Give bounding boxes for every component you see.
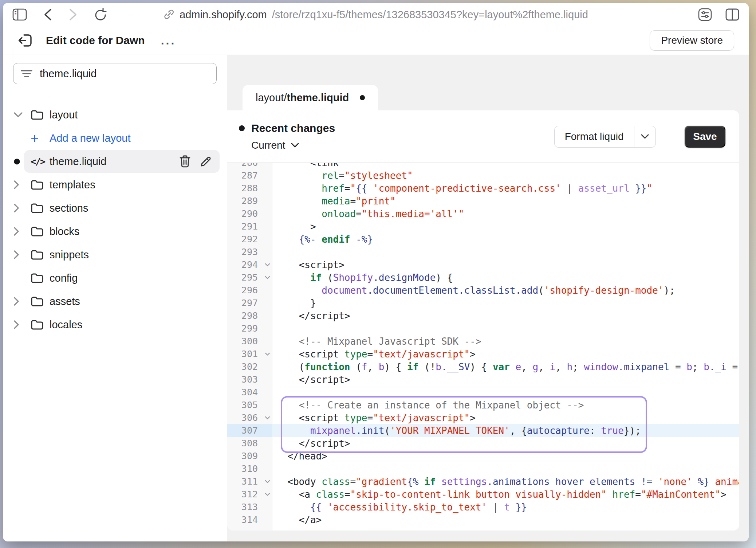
folder-icon — [31, 109, 50, 120]
rename-file-icon[interactable] — [200, 156, 212, 167]
filter-icon — [21, 69, 32, 78]
file-search-input[interactable]: theme.liquid — [13, 63, 217, 84]
line-number: 296 — [227, 284, 272, 297]
format-liquid-caret[interactable] — [634, 126, 655, 147]
split-view-icon[interactable] — [725, 8, 739, 21]
code-line-300[interactable]: 300 <!-- Mixpanel Javascript SDK --> — [227, 335, 739, 348]
line-number: 295 — [227, 271, 272, 284]
code-line-291[interactable]: 291 > — [227, 220, 739, 233]
line-number: 313 — [227, 501, 272, 513]
line-number: 302 — [227, 360, 272, 373]
code-text: media="print" — [272, 196, 396, 207]
code-line-287[interactable]: 287 rel="stylesheet" — [227, 169, 739, 182]
code-line-292[interactable]: 292 {%- endif -%} — [227, 233, 739, 246]
code-text: <script type="text/javascript"> — [272, 349, 476, 360]
code-line-311[interactable]: 311 <body class="gradient{% if settings.… — [227, 475, 739, 488]
code-line-310[interactable]: 310 — [227, 462, 739, 475]
code-line-304[interactable]: 304 — [227, 386, 739, 399]
fold-toggle-icon[interactable] — [265, 276, 270, 279]
code-text: {{ 'accessibility.skip_to_text' | t }} — [272, 502, 527, 513]
sidebar-item-layout[interactable]: layout — [3, 103, 227, 126]
chevron-right-icon[interactable] — [14, 297, 31, 306]
save-button[interactable]: Save — [685, 126, 725, 148]
chevron-right-icon[interactable] — [14, 180, 31, 189]
line-number: 310 — [227, 462, 272, 475]
chevron-right-icon[interactable] — [14, 204, 31, 212]
sidebar-item-theme-liquid[interactable]: </>theme.liquid — [3, 150, 227, 173]
fold-toggle-icon[interactable] — [265, 416, 270, 420]
address-bar[interactable]: admin.shopify.com/store/rzq1xu-f5/themes… — [164, 8, 588, 20]
line-number: 306 — [227, 411, 272, 424]
folder-icon — [31, 249, 50, 260]
code-file-icon: </> — [31, 156, 50, 167]
code-line-294[interactable]: 294 <script> — [227, 258, 739, 271]
sidebar-item-templates[interactable]: templates — [3, 173, 227, 196]
chevron-right-icon[interactable] — [14, 250, 31, 259]
code-line-289[interactable]: 289 media="print" — [227, 195, 739, 207]
code-line-314[interactable]: 314 </a> — [227, 513, 739, 526]
code-line-299[interactable]: 299 — [227, 322, 739, 335]
code-line-305[interactable]: 305 <!-- Create an instance of the Mixpa… — [227, 399, 739, 411]
line-number: 312 — [227, 488, 272, 501]
code-text: > — [272, 221, 316, 232]
chevron-right-icon[interactable] — [14, 320, 31, 329]
fold-toggle-icon[interactable] — [265, 352, 270, 356]
code-line-290[interactable]: 290 onload="this.media='all'" — [227, 207, 739, 220]
sidebar-toggle-icon[interactable] — [12, 8, 27, 21]
forward-button-icon[interactable] — [68, 8, 78, 21]
chevron-right-icon[interactable] — [14, 227, 31, 236]
editor-main: layout/theme.liquid Recent changes Curre… — [227, 55, 749, 541]
fold-toggle-icon[interactable] — [265, 480, 270, 484]
code-line-297[interactable]: 297 } — [227, 297, 739, 309]
fold-toggle-icon[interactable] — [265, 493, 270, 496]
format-liquid-button[interactable]: Format liquid — [554, 126, 656, 148]
sidebar-item-snippets[interactable]: snippets — [3, 243, 227, 266]
sidebar-item-config[interactable]: config — [3, 266, 227, 290]
code-text: </script> — [272, 438, 350, 449]
code-line-307[interactable]: 307 mixpanel.init('YOUR_MIXPANEL_TOKEN',… — [227, 424, 739, 437]
line-number: 288 — [227, 182, 272, 195]
code-line-313[interactable]: 313 {{ 'accessibility.skip_to_text' | t … — [227, 501, 739, 513]
sidebar-item-locales[interactable]: locales — [3, 313, 227, 336]
browser-toolbar: admin.shopify.com/store/rzq1xu-f5/themes… — [3, 3, 749, 26]
code-line-301[interactable]: 301 <script type="text/javascript"> — [227, 348, 739, 360]
tree-item-label: config — [50, 272, 78, 284]
sidebar-item-assets[interactable]: assets — [3, 290, 227, 313]
code-text: href="{{ 'component-predictive-search.cs… — [272, 183, 652, 194]
sidebar-item-sections[interactable]: sections — [3, 196, 227, 220]
code-line-286[interactable]: 286 <link — [227, 163, 739, 169]
line-number: 287 — [227, 169, 272, 182]
code-editor[interactable]: 286 <link287 rel="stylesheet"288 href="{… — [227, 163, 739, 531]
code-text: </head> — [272, 451, 327, 462]
back-button-icon[interactable] — [43, 8, 52, 21]
code-line-288[interactable]: 288 href="{{ 'component-predictive-searc… — [227, 182, 739, 195]
code-line-306[interactable]: 306 <script type="text/javascript"> — [227, 411, 739, 424]
reload-icon[interactable] — [94, 8, 107, 21]
line-number: 308 — [227, 437, 272, 450]
code-lines: 286 <link287 rel="stylesheet"288 href="{… — [227, 163, 739, 526]
code-line-302[interactable]: 302 (function (f, b) { if (!b.__SV) { va… — [227, 360, 739, 373]
code-line-308[interactable]: 308 </script> — [227, 437, 739, 450]
code-line-312[interactable]: 312 <a class="skip-to-content-link butto… — [227, 488, 739, 501]
code-line-309[interactable]: 309 </head> — [227, 450, 739, 462]
delete-file-icon[interactable] — [180, 155, 190, 168]
code-line-298[interactable]: 298 </script> — [227, 309, 739, 322]
sidebar-add-add-a-new-layout[interactable]: +Add a new layout — [3, 126, 227, 150]
fold-toggle-icon[interactable] — [265, 263, 270, 267]
sidebar-item-blocks[interactable]: blocks — [3, 220, 227, 243]
plus-icon: + — [31, 131, 50, 145]
preview-store-button[interactable]: Preview store — [650, 30, 734, 51]
code-line-296[interactable]: 296 document.documentElement.classList.a… — [227, 284, 739, 297]
more-actions-button[interactable]: ... — [161, 39, 176, 42]
version-dropdown[interactable]: Current — [251, 140, 554, 151]
code-line-303[interactable]: 303 </script> — [227, 373, 739, 386]
code-line-295[interactable]: 295 if (Shopify.designMode) { — [227, 271, 739, 284]
code-text: document.documentElement.classList.add('… — [272, 285, 675, 296]
page-settings-icon[interactable] — [698, 8, 712, 21]
tab-theme-liquid[interactable]: layout/theme.liquid — [243, 85, 378, 110]
code-line-293[interactable]: 293 — [227, 246, 739, 258]
code-text: if (Shopify.designMode) { — [272, 272, 453, 283]
browser-window: admin.shopify.com/store/rzq1xu-f5/themes… — [3, 3, 749, 541]
chevron-down-icon[interactable] — [14, 112, 31, 118]
exit-editor-icon[interactable] — [17, 32, 34, 49]
